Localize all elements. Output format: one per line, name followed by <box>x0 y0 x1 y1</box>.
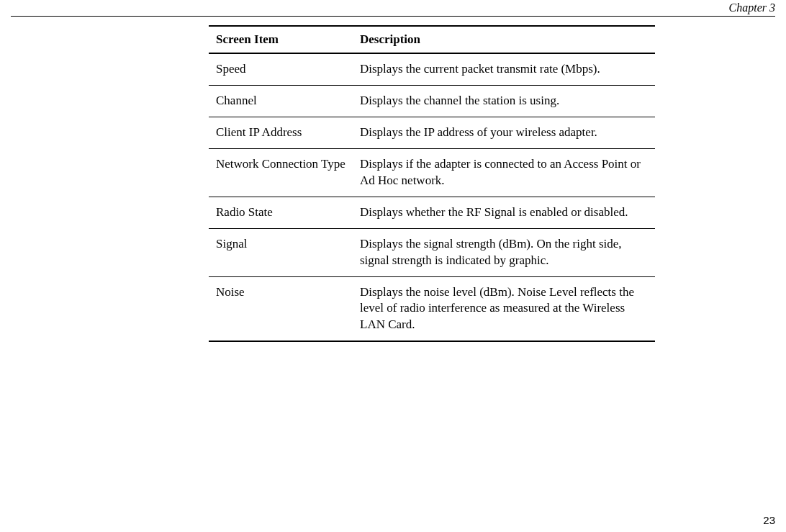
table-row: Network Connection Type Displays if the … <box>209 148 655 197</box>
cell-desc: Displays the signal strength (dBm). On t… <box>353 228 655 276</box>
cell-desc: Displays the channel the station is usin… <box>353 85 655 117</box>
header-description: Description <box>353 26 655 53</box>
cell-desc: Displays whether the RF Signal is enable… <box>353 197 655 228</box>
cell-item: Network Connection Type <box>209 148 353 197</box>
cell-desc: Displays the IP address of your wireless… <box>353 117 655 148</box>
table-row: Radio State Displays whether the RF Sign… <box>209 197 655 228</box>
definition-table: Screen Item Description Speed Displays t… <box>209 25 655 342</box>
cell-item: Client IP Address <box>209 117 353 148</box>
header-screen-item: Screen Item <box>209 26 353 53</box>
table-row: Signal Displays the signal strength (dBm… <box>209 228 655 276</box>
header-rule <box>11 16 775 17</box>
table-row: Channel Displays the channel the station… <box>209 85 655 117</box>
table-header-row: Screen Item Description <box>209 26 655 53</box>
table-row: Speed Displays the current packet transm… <box>209 53 655 85</box>
cell-item: Noise <box>209 276 353 341</box>
page-number: 23 <box>763 514 775 526</box>
cell-item: Signal <box>209 228 353 276</box>
cell-desc: Displays the noise level (dBm). Noise Le… <box>353 276 655 341</box>
cell-desc: Displays if the adapter is connected to … <box>353 148 655 197</box>
cell-item: Channel <box>209 85 353 117</box>
chapter-header: Chapter 3 <box>729 1 775 14</box>
cell-item: Speed <box>209 53 353 85</box>
cell-item: Radio State <box>209 197 353 228</box>
table-row: Client IP Address Displays the IP addres… <box>209 117 655 148</box>
content-area: Screen Item Description Speed Displays t… <box>209 25 655 342</box>
table-row: Noise Displays the noise level (dBm). No… <box>209 276 655 341</box>
cell-desc: Displays the current packet transmit rat… <box>353 53 655 85</box>
